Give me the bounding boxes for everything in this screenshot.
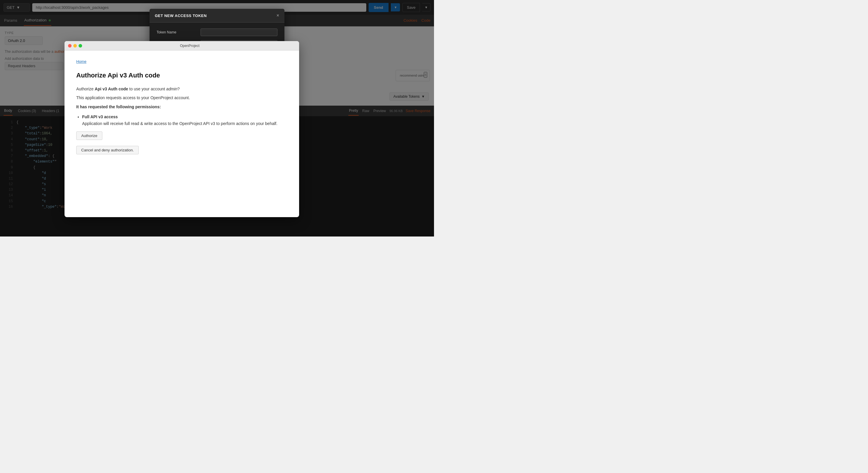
perm-title: Full API v3 access	[82, 114, 118, 119]
browser-title: OpenProject	[84, 44, 296, 48]
browser-window: OpenProject Home Authorize Api v3 Auth c…	[64, 41, 299, 217]
browser-content: Home Authorize Api v3 Auth code Authoriz…	[64, 51, 299, 162]
browser-intro: Authorize Api v3 Auth code to use your a…	[76, 86, 287, 92]
perm-desc: Application will receive full read & wri…	[82, 121, 277, 126]
browser-maximize-button[interactable]	[79, 44, 82, 48]
browser-para1: This application requests access to your…	[76, 94, 287, 101]
browser-home-link[interactable]: Home	[76, 59, 287, 65]
modal-overlay: GET NEW ACCESS TOKEN × Token Name Grant …	[0, 0, 434, 237]
token-dialog-close-button[interactable]: ×	[277, 13, 279, 18]
browser-intro-italic: admin	[166, 87, 178, 91]
token-name-label: Token Name	[157, 30, 198, 34]
token-dialog-title: GET NEW ACCESS TOKEN	[155, 13, 207, 18]
browser-cancel-auth-button[interactable]: Cancel and deny authorization.	[76, 146, 139, 154]
browser-authorize-button[interactable]: Authorize	[76, 131, 102, 140]
browser-para2: It has requested the following permissio…	[76, 104, 287, 110]
browser-page-title: Authorize Api v3 Auth code	[76, 70, 287, 80]
browser-intro-text: Authorize	[76, 87, 95, 91]
browser-intro-cont: to use your account	[128, 87, 166, 91]
token-dialog-header: GET NEW ACCESS TOKEN ×	[150, 9, 284, 23]
browser-titlebar: OpenProject	[64, 41, 299, 51]
browser-minimize-button[interactable]	[73, 44, 77, 48]
token-name-row: Token Name	[157, 28, 277, 36]
browser-intro-bold: Api v3 Auth code	[95, 87, 128, 91]
browser-permission-item: Full API v3 access Application will rece…	[82, 114, 287, 127]
browser-intro-end: ?	[178, 87, 180, 91]
browser-close-button[interactable]	[68, 44, 71, 48]
browser-permissions-list: Full API v3 access Application will rece…	[82, 114, 287, 127]
token-name-input[interactable]	[200, 28, 277, 36]
